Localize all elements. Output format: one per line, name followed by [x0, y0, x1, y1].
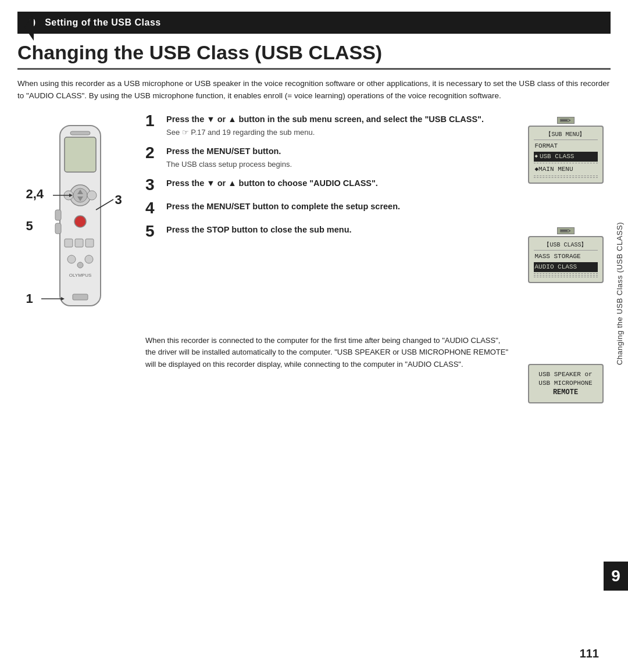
lcd2-top-icon [557, 227, 575, 234]
step-content-1: Press the ▼ or ▲ button in the sub menu … [166, 114, 515, 138]
lcd2-item-massstorage: MASS STORAGE [534, 252, 598, 262]
step-main-4: Press the MENU/SET button to complete th… [166, 201, 515, 213]
intro-text: When using this recorder as a USB microp… [17, 78, 611, 102]
svg-marker-24 [61, 297, 65, 301]
arrow-svg [25, 120, 127, 323]
lcd1-container: 【SUB MENU】 FORMAT USB CLASS ◆MAIN MENU [528, 117, 604, 184]
step-number-4: 4 [145, 200, 162, 216]
header-number: 9 [29, 16, 35, 30]
lcd2-dashes2 [534, 275, 598, 276]
lcd1-top-icon [557, 117, 575, 124]
device-container: OLYMPUS 2,4 3 [25, 120, 127, 323]
device-labels: 2,4 3 5 1 [25, 120, 127, 323]
lcd1-item-format: FORMAT [534, 141, 598, 151]
step-number-5: 5 [145, 223, 162, 240]
step-4: 4 Press the MENU/SET button to complete … [145, 201, 515, 216]
lcd1-title: 【SUB MENU】 [534, 130, 598, 140]
lcd2-item-audioclass: AUDIO CLASS [534, 262, 598, 272]
step-number-2: 2 [145, 145, 162, 161]
lcd1-dashes2 [534, 176, 598, 176]
step-sub-2: The USB class setup process begins. [166, 159, 515, 170]
bottom-text: When this recorder is connected to the c… [145, 335, 509, 403]
step-3: 3 Press the ▼ or ▲ button to choose "AUD… [145, 178, 515, 193]
lcd1-item-usbclass: USB CLASS [534, 152, 598, 162]
svg-rect-30 [561, 230, 568, 231]
steps-area: 1 Press the ▼ or ▲ button in the sub men… [134, 114, 520, 323]
lcd2-title: 【USB CLASS】 [534, 241, 598, 251]
label-24: 2,4 [26, 187, 44, 202]
step-number-1: 1 [145, 113, 162, 129]
step-sub-1: See ☞ P.17 and 19 regarding the sub menu… [166, 127, 515, 138]
svg-line-22 [96, 199, 113, 210]
label-1: 1 [26, 291, 33, 306]
screenshots-area: 【SUB MENU】 FORMAT USB CLASS ◆MAIN MENU 【… [520, 114, 611, 323]
battery-icon [560, 119, 572, 122]
step-2: 2 Press the MENU/SET button. The USB cla… [145, 146, 515, 170]
step-content-3: Press the ▼ or ▲ button to choose "AUDIO… [166, 178, 515, 191]
lcd1-item-mainmenu: ◆MAIN MENU [534, 165, 598, 174]
step-main-5: Press the STOP button to close the sub m… [166, 224, 515, 236]
lcd3-line1: USB SPEAKER or [533, 371, 599, 378]
lcd2-dashes3 [534, 277, 598, 277]
lcd2-container: 【USB CLASS】 MASS STORAGE AUDIO CLASS [528, 227, 604, 283]
battery-icon2 [560, 229, 572, 233]
page-title: Changing the USB Class (USB CLASS) [17, 42, 611, 70]
header-title: Setting of the USB Class [45, 17, 161, 28]
bottom-spacer [17, 335, 134, 403]
step-main-1: Press the ▼ or ▲ button in the sub menu … [166, 114, 515, 126]
device-image-area: OLYMPUS 2,4 3 [17, 114, 134, 323]
step-5: 5 Press the STOP button to close the sub… [145, 224, 515, 240]
lcd1-dashes3 [534, 177, 598, 178]
section-badge: 9 [604, 562, 628, 591]
step-1: 1 Press the ▼ or ▲ button in the sub men… [145, 114, 515, 138]
svg-rect-26 [569, 120, 570, 121]
step-main-3: Press the ▼ or ▲ button to choose "AUDIO… [166, 178, 515, 190]
sidebar-label-text: Changing the USB Class (USB CLASS) [615, 222, 624, 365]
lcd1-dashes [534, 163, 598, 163]
lcd-screen-2: 【USB CLASS】 MASS STORAGE AUDIO CLASS [528, 236, 604, 283]
step-content-4: Press the MENU/SET button to complete th… [166, 201, 515, 215]
svg-marker-21 [69, 194, 73, 197]
lcd3-line3: REMOTE [533, 388, 599, 396]
main-content: OLYMPUS 2,4 3 [17, 114, 611, 323]
arrow-svg2 [25, 120, 127, 323]
bottom-image: USB SPEAKER or USB MICROPHONE REMOTE [520, 335, 611, 403]
step-content-5: Press the STOP button to close the sub m… [166, 224, 515, 238]
step-number-3: 3 [145, 177, 162, 193]
lcd3-line2: USB MICROPHONE [533, 380, 599, 387]
lcd-screen-1: 【SUB MENU】 FORMAT USB CLASS ◆MAIN MENU [528, 126, 604, 184]
lcd3-container: USB SPEAKER or USB MICROPHONE REMOTE [528, 364, 604, 403]
label-3: 3 [115, 192, 122, 208]
bottom-section: When this recorder is connected to the c… [17, 335, 611, 403]
arrow-svg3 [25, 120, 127, 323]
sidebar-label: Changing the USB Class (USB CLASS) [611, 169, 628, 419]
step-content-2: Press the MENU/SET button. The USB class… [166, 146, 515, 170]
header-bar: 9 Setting of the USB Class [17, 12, 611, 34]
lcd-screen-3: USB SPEAKER or USB MICROPHONE REMOTE [528, 364, 604, 403]
svg-rect-29 [569, 230, 570, 231]
page-number: 111 [580, 647, 599, 660]
step-main-2: Press the MENU/SET button. [166, 146, 515, 158]
svg-rect-27 [561, 120, 568, 121]
label-5: 5 [26, 219, 33, 234]
lcd2-dashes [534, 273, 598, 274]
